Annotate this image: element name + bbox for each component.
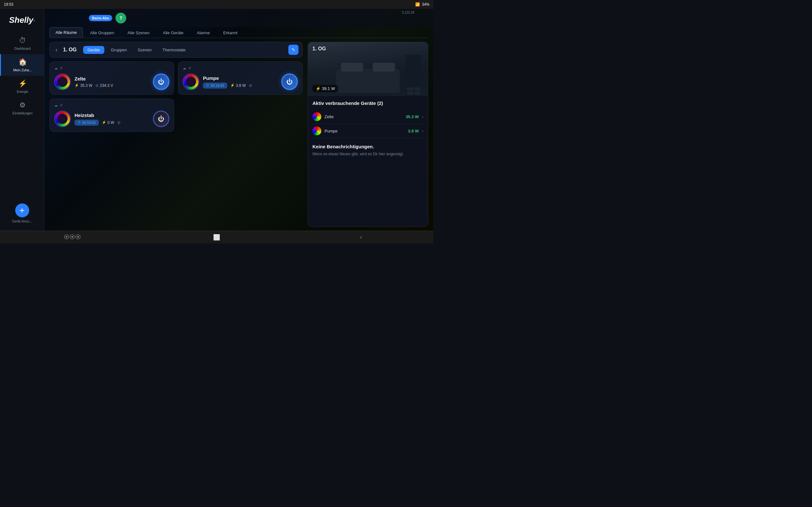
room-title: 1. OG <box>63 47 77 53</box>
add-device-button[interactable]: + Gerät hinzu... <box>0 200 44 227</box>
device-card-header-zelte: ☁ ↺ <box>54 66 169 70</box>
dashboard-icon: ⏱ <box>19 37 26 45</box>
active-device-arrow-zelte: › <box>422 114 423 119</box>
room-selector: ‹ 1. OG Geräte Gruppen Szenen Th <box>49 42 303 58</box>
device-card-header-pumpe: ☁ ↺ <box>183 66 298 70</box>
sidebar-item-settings[interactable]: ⚙ Einstellungen <box>0 97 44 119</box>
device-card-pumpe: ☁ ↺ Pumpe <box>178 61 303 95</box>
volt-stat-zelte: ◎ 234.3 V <box>96 83 113 88</box>
devices-grid: ☁ ↺ Zelte <box>49 61 303 132</box>
tab-alle-gruppen[interactable]: Alle Gruppen <box>84 27 120 38</box>
bottom-nav-home[interactable]: ⬜ <box>207 232 226 242</box>
power-button-heizstab[interactable]: ⏻ <box>153 111 169 127</box>
active-device-power-pumpe: 3.8 W <box>408 129 419 133</box>
tab-alle-szenen[interactable]: Alle Szenen <box>121 27 155 38</box>
menu-icon: ⦿⦿⦿ <box>64 234 81 240</box>
settings-icon: ⚙ <box>19 101 26 109</box>
tab-alarme[interactable]: Alarme <box>191 27 216 38</box>
cloud-icon-zelte: ☁ <box>54 66 58 70</box>
device-name-heizstab: Heizstab <box>74 112 149 118</box>
device-stats-zelte: ⚡ 35.3 W ◎ 234.3 V <box>74 83 149 88</box>
header: 3.122.29 Basis-Abo T <box>89 9 433 27</box>
left-panel: ‹ 1. OG Geräte Gruppen Szenen Th <box>49 42 303 227</box>
bottom-nav-back[interactable]: ‹ <box>351 232 370 242</box>
sidebar-item-energy[interactable]: ⚡ Energie <box>0 76 44 97</box>
basis-abo-badge[interactable]: Basis-Abo <box>89 15 112 21</box>
cloud-icon-pumpe: ☁ <box>183 66 186 70</box>
energy-icon: ⚡ <box>18 79 27 88</box>
timer-icon-heizstab: ⏱ <box>78 121 81 124</box>
active-device-name-pumpe: Pumpe <box>324 129 405 133</box>
cloud-icon-heizstab: ☁ <box>54 103 58 107</box>
header-right: Basis-Abo T <box>89 13 126 23</box>
status-bar-right: 📶 34% <box>415 2 429 7</box>
content-area: ‹ 1. OG Geräte Gruppen Szenen Th <box>44 38 433 231</box>
timer-badge-heizstab: ⏱ 00:59:50 <box>74 120 99 125</box>
room-tab-thermostate[interactable]: Thermostate <box>158 46 190 54</box>
sidebar-label-dashboard: Dashboard <box>14 47 31 50</box>
sidebar: Shelly· ⏱ Dashboard 🏠 Mein Zuha... ⚡ Ene… <box>0 9 44 231</box>
room-tab-szenen[interactable]: Szenen <box>133 46 156 54</box>
add-device-label: Gerät hinzu... <box>12 219 32 223</box>
device-name-zelte: Zelte <box>74 76 149 81</box>
device-plug-icon-pumpe <box>183 73 199 90</box>
watt-icon-pumpe: ⚡ <box>230 83 235 88</box>
device-card-body-pumpe: Pumpe ⏱ 00:19:45 ⚡ 3.8 W <box>183 73 298 90</box>
watt-icon-heizstab: ⚡ <box>102 120 106 124</box>
room-tab-gruppen[interactable]: Gruppen <box>106 46 131 54</box>
app-container: Shelly· ⏱ Dashboard 🏠 Mein Zuha... ⚡ Ene… <box>0 9 433 231</box>
home-button-icon: ⬜ <box>213 234 220 241</box>
device-card-body-heizstab: Heizstab ⏱ 00:59:50 ⚡ 0 W <box>54 111 169 127</box>
watt-stat-zelte: ⚡ 35.3 W <box>74 83 92 88</box>
user-avatar[interactable]: T <box>115 13 126 23</box>
tab-erkannt[interactable]: Erkannt <box>217 27 244 38</box>
notifications-title: Keine Benachrichtigungen. <box>312 144 423 149</box>
power-button-pumpe[interactable]: ⏻ <box>281 73 298 90</box>
version-text: 3.122.29 <box>402 11 414 14</box>
active-device-row-zelte[interactable]: Zelte 35.3 W › <box>312 110 423 124</box>
main-content: 3.122.29 Basis-Abo T Alle Räume Alle Gru… <box>44 9 433 231</box>
add-circle-icon: + <box>15 204 29 217</box>
active-devices-title: Aktiv verbrauchende Geräte (2) <box>312 101 423 106</box>
sync-icon-zelte: ↺ <box>60 66 62 70</box>
sidebar-item-dashboard[interactable]: ⏱ Dashboard <box>0 33 44 54</box>
watt-value-pumpe: 3.8 W <box>236 83 246 88</box>
active-device-row-pumpe[interactable]: Pumpe 3.8 W › <box>312 124 423 138</box>
sidebar-label-settings: Einstellungen <box>12 111 32 115</box>
room-image: 1. OG ⚡ 39.1 W <box>308 42 428 96</box>
room-tab-gerate[interactable]: Geräte <box>83 46 105 54</box>
sidebar-label-energy: Energie <box>17 90 28 94</box>
device-stats-heizstab: ⏱ 00:59:50 ⚡ 0 W ◎ <box>74 120 149 125</box>
power-icon-heizstab: ⏻ <box>158 115 164 123</box>
extra-icon-heizstab: ◎ <box>117 120 120 124</box>
device-name-pumpe: Pumpe <box>203 75 277 81</box>
sync-icon-heizstab: ↺ <box>60 103 62 107</box>
room-edit-button[interactable]: ✎ <box>288 45 299 55</box>
device-plug-icon-zelte <box>54 73 71 90</box>
timer-badge-pumpe: ⏱ 00:19:45 <box>203 83 227 89</box>
bottom-nav-menu[interactable]: ⦿⦿⦿ <box>63 232 82 242</box>
device-plug-icon-heizstab <box>54 111 71 127</box>
power-button-zelte[interactable]: ⏻ <box>153 73 169 90</box>
battery-display: 34% <box>422 2 429 7</box>
tab-alle-raume[interactable]: Alle Räume <box>49 27 83 38</box>
sync-icon-pumpe: ↺ <box>188 66 191 70</box>
right-panel: 1. OG ⚡ 39.1 W Aktiv verbrauchende Gerät… <box>308 42 428 227</box>
bottom-nav: ⦿⦿⦿ ⬜ ‹ <box>0 231 433 243</box>
watt-stat-heizstab: ⚡ 0 W <box>102 120 114 125</box>
sidebar-item-home[interactable]: 🏠 Mein Zuha... <box>0 54 44 76</box>
device-info-pumpe: Pumpe ⏱ 00:19:45 ⚡ 3.8 W <box>203 75 277 89</box>
notifications-section: Keine Benachrichtigungen. Wenn es etwas … <box>312 144 423 157</box>
timer-icon-pumpe: ⏱ <box>206 83 209 88</box>
status-bar: 19:53 📶 34% <box>0 0 433 9</box>
power-icon-pumpe: ⏻ <box>287 78 293 86</box>
room-power-badge: ⚡ 39.1 W <box>312 85 338 92</box>
timer-value-heizstab: 00:59:50 <box>82 121 96 124</box>
volt-value-zelte: 234.3 V <box>100 83 113 88</box>
room-prev-button[interactable]: ‹ <box>54 46 59 54</box>
tab-alle-gerate[interactable]: Alle Geräte <box>157 27 189 38</box>
time-display: 19:53 <box>4 2 13 7</box>
extra-icon-pumpe: ◎ <box>249 83 252 88</box>
watt-value-heizstab: 0 W <box>107 120 114 125</box>
device-stats-pumpe: ⏱ 00:19:45 ⚡ 3.8 W ◎ <box>203 83 277 89</box>
